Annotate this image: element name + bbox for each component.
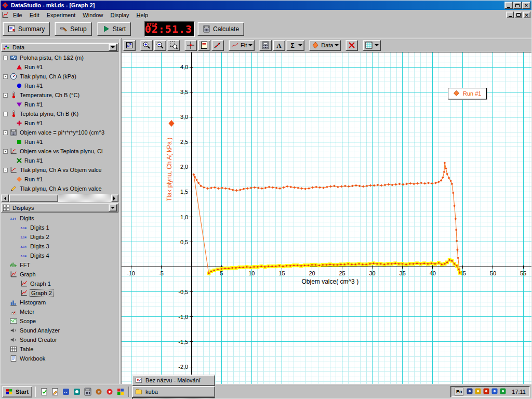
calculate-button[interactable]: Calculate: [197, 22, 244, 36]
child-restore-button[interactable]: [514, 11, 522, 18]
slope-tool-button[interactable]: [211, 40, 224, 51]
display-item-sound-analyzer[interactable]: Sound Analyzer: [1, 326, 119, 335]
menu-experiment[interactable]: Experiment: [43, 11, 79, 19]
displays-panel-menu-button[interactable]: [109, 204, 117, 211]
quick-launch-6-icon[interactable]: [93, 387, 104, 397]
quick-launch-3-icon[interactable]: [60, 387, 71, 397]
collapse-icon[interactable]: -: [3, 149, 8, 154]
display-item-fft[interactable]: FFT: [1, 260, 119, 270]
maximize-button[interactable]: [513, 2, 522, 9]
display-item-digits-2[interactable]: 3.14Digits 2: [1, 232, 119, 242]
keyboard-layout-indicator[interactable]: En: [455, 388, 463, 396]
quick-launch-4-icon[interactable]: [71, 387, 82, 397]
display-item-digits-3[interactable]: 3.14Digits 3: [1, 242, 119, 251]
graph-window-icon[interactable]: [2, 11, 9, 19]
quick-launch-7-icon[interactable]: [104, 387, 115, 397]
setup-button[interactable]: Setup: [55, 22, 91, 36]
data-run[interactable]: Run #1: [1, 137, 119, 147]
scrollbar-thumb[interactable]: [9, 194, 58, 202]
graph-settings-menu-button[interactable]: [363, 40, 381, 51]
text-tool-button[interactable]: A: [273, 40, 285, 51]
menu-window[interactable]: Window: [79, 11, 107, 19]
tray-icon-1[interactable]: [466, 387, 474, 395]
data-run[interactable]: Run #1: [1, 81, 119, 90]
collapse-icon[interactable]: -: [3, 130, 8, 135]
display-item-digits-4[interactable]: 3.14Digits 4: [1, 251, 119, 260]
data-source-tlak-plynu-ch-a-kpa[interactable]: -Tlak plynu, Ch A (kPa): [1, 72, 119, 81]
quick-launch-1-icon[interactable]: [38, 387, 49, 397]
calculate-tool-button[interactable]: [259, 40, 272, 51]
minimize-button[interactable]: [504, 2, 513, 9]
tray-icon-5[interactable]: [499, 387, 507, 395]
title-bar[interactable]: DataStudio - mkl.ds - [Graph 2] ×: [1, 1, 531, 10]
statistics-menu-button[interactable]: Σ: [286, 40, 304, 51]
data-source-tlak-plynu-ch-a-vs-objem-valce[interactable]: -Tlak plynu, Ch A vs Objem valce: [1, 165, 119, 175]
data-tree-hscrollbar[interactable]: [1, 194, 118, 202]
collapse-icon[interactable]: -: [3, 93, 8, 98]
collapse-icon[interactable]: -: [3, 168, 8, 172]
data-source-objem-valce-vs-teplota-plynu-cl[interactable]: -Objem valce vs Teplota plynu, Cl: [1, 147, 119, 156]
zoom-out-button[interactable]: [154, 40, 166, 51]
summary-button[interactable]: Summary: [3, 22, 50, 36]
display-item-meter[interactable]: Meter: [1, 307, 119, 316]
display-item-digits[interactable]: 3.14Digits: [1, 214, 119, 223]
display-item-table[interactable]: Table: [1, 344, 119, 354]
child-close-button[interactable]: ×: [523, 11, 530, 18]
quick-launch-5-icon[interactable]: [82, 387, 93, 397]
scroll-left-button[interactable]: [1, 194, 9, 202]
display-item-digits-1[interactable]: 3.14Digits 1: [1, 223, 119, 232]
start-button[interactable]: Start: [97, 22, 131, 36]
zoom-in-button[interactable]: [140, 40, 153, 51]
graph-window: FitAΣData -10-55101520253035404550554,03…: [122, 38, 531, 385]
zoom-select-button[interactable]: [167, 40, 180, 51]
graph-legend[interactable]: Run #1: [448, 88, 487, 99]
menu-display[interactable]: Display: [107, 11, 133, 19]
display-item-workbook[interactable]: Workbook: [1, 354, 119, 363]
svg-text:0,5: 0,5: [180, 239, 188, 245]
data-source-objem-valce-pi-r-r-y-100-cm-3[interactable]: -Objem valce = pi*r*r*y*100 (cm^3: [1, 128, 119, 137]
note-tool-button[interactable]: [198, 40, 210, 51]
collapse-icon[interactable]: -: [3, 56, 8, 60]
display-item-histogram[interactable]: Histogram: [1, 298, 119, 307]
child-minimize-button[interactable]: [506, 11, 514, 18]
data-source-teplota-plynu-ch-b-k[interactable]: -Teplota plynu, Ch B (K): [1, 109, 119, 118]
data-run[interactable]: Run #1: [1, 175, 119, 184]
tray-icon-3[interactable]: [482, 387, 490, 395]
close-button[interactable]: ×: [522, 2, 530, 9]
data-source-tlak-plynu-ch-a-vs-objem-valce[interactable]: Tlak plynu, Ch A vs Objem valce: [1, 184, 119, 193]
display-item-scope[interactable]: Scope: [1, 316, 119, 326]
collapse-icon[interactable]: -: [3, 112, 8, 116]
menu-edit[interactable]: Edit: [26, 11, 43, 19]
task-button-kuba[interactable]: kuba: [132, 386, 215, 397]
smart-tool-button[interactable]: [184, 40, 197, 51]
data-panel-menu-button[interactable]: [109, 44, 117, 51]
task-button-bez-n-zvu-malov-n[interactable]: Bez názvu - Malování: [132, 375, 215, 386]
menu-help[interactable]: Help: [133, 11, 152, 19]
data-panel-header[interactable]: Data: [1, 43, 118, 52]
data-menu-button[interactable]: Data: [309, 40, 341, 51]
graph-plot-area[interactable]: -10-55101520253035404550554,03,53,02,52,…: [122, 52, 531, 385]
display-item-sound-creator[interactable]: Sound Creator: [1, 335, 119, 344]
data-run[interactable]: Run #1: [1, 62, 119, 72]
scale-to-fit-button[interactable]: [123, 40, 136, 51]
display-item-graph[interactable]: Graph: [1, 270, 119, 279]
displays-panel-header[interactable]: Displays: [1, 203, 118, 212]
display-item-graph-2[interactable]: Graph 2: [1, 288, 119, 298]
tray-icon-2[interactable]: [474, 387, 482, 395]
delete-tool-button[interactable]: [345, 40, 358, 51]
quick-launch-2-icon[interactable]: [49, 387, 60, 397]
clock[interactable]: 17:11: [509, 389, 526, 395]
start-menu-button[interactable]: Start: [2, 386, 32, 397]
data-source-poloha-pistu-ch-1-2-m[interactable]: -Poloha pistu, Ch 1&2 (m): [1, 53, 119, 62]
tray-icon-4[interactable]: [490, 387, 499, 395]
fit-menu-button[interactable]: Fit: [229, 40, 255, 51]
quick-launch-8-icon[interactable]: [115, 387, 126, 397]
collapse-icon[interactable]: -: [3, 74, 8, 79]
scroll-right-button[interactable]: [111, 194, 118, 202]
display-item-graph-1[interactable]: Graph 1: [1, 279, 119, 288]
data-run[interactable]: Run #1: [1, 118, 119, 128]
menu-file[interactable]: File: [9, 11, 26, 19]
data-run[interactable]: Run #1: [1, 100, 119, 109]
data-run[interactable]: Run #1: [1, 156, 119, 165]
data-source-temperature-ch-b-c[interactable]: -Temperature, Ch B (°C): [1, 90, 119, 100]
